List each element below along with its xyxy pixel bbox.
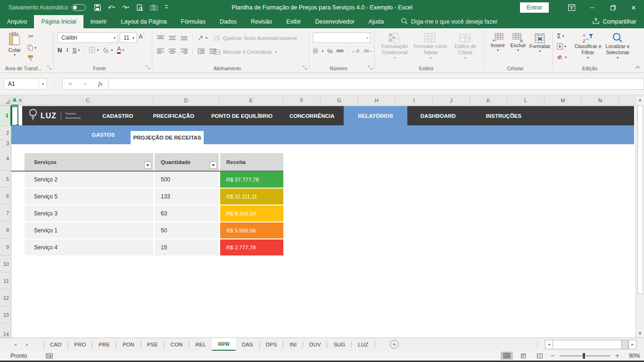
service-cell[interactable]: Serviço 1 — [25, 222, 153, 239]
servicos-filter-button[interactable]: ▼ — [144, 162, 151, 169]
row-header-5[interactable]: 5 — [0, 171, 11, 188]
column-header-l[interactable]: L — [507, 95, 545, 106]
normal-view-button[interactable] — [501, 352, 513, 360]
sort-filter-button[interactable]: AZ Classificar e Filtrar ▾ — [574, 32, 602, 60]
merge-center-button[interactable]: Mesclar e Centralizar ▾ — [214, 49, 277, 55]
print-preview-icon[interactable] — [136, 4, 143, 11]
row-header-1[interactable]: 1 — [0, 106, 11, 126]
align-right-icon[interactable] — [181, 49, 188, 54]
row-header-6[interactable]: 6 — [0, 188, 11, 205]
revenue-cell[interactable]: R$ 11.111,11 — [220, 189, 283, 206]
revenue-cell[interactable]: R$ 27.777,78 — [220, 172, 283, 189]
insert-function-icon[interactable]: fx — [93, 80, 107, 88]
zoom-level[interactable]: 90% — [624, 353, 640, 359]
worksheet[interactable]: LUZ Planilhas Empresariais CADASTRO PREC… — [11, 106, 644, 337]
vertical-scrollbar-thumb[interactable] — [637, 106, 643, 294]
sheet-tab-rel[interactable]: REL — [189, 338, 212, 351]
tab-dados[interactable]: Dados — [213, 15, 244, 28]
cancel-entry-icon[interactable]: ✕ — [63, 81, 78, 87]
camera-icon[interactable] — [150, 5, 157, 10]
revenue-cell[interactable]: R$ 8.333,33 — [220, 206, 283, 222]
sheet-tab-dps[interactable]: DPS — [260, 338, 283, 351]
sheet-tab-pro[interactable]: PRO — [68, 338, 92, 351]
row-header-4[interactable]: 4 — [0, 147, 11, 171]
ribbon-display-options-icon[interactable] — [561, 0, 582, 15]
column-header-f[interactable]: F — [283, 95, 321, 106]
insert-cells-button[interactable]: Inserir ▾ — [488, 33, 507, 52]
quantity-cell[interactable]: 133 — [155, 189, 219, 206]
row-header-14[interactable]: 14 — [0, 323, 11, 337]
nav-item-cadastro[interactable]: CADASTRO — [98, 106, 138, 125]
tab-formulas[interactable]: Fórmulas — [174, 15, 213, 28]
font-size-combobox[interactable]: 11▾ — [120, 33, 137, 43]
tab-revisao[interactable]: Revisão — [244, 15, 279, 28]
find-select-button[interactable]: Localizar e Selecionar ▾ — [603, 32, 632, 60]
number-dialog-launcher-icon[interactable] — [368, 65, 372, 71]
paste-button[interactable]: Colar ▾ — [5, 32, 25, 57]
customize-qat-icon[interactable]: ▾ — [165, 5, 168, 10]
service-cell[interactable]: Serviço 3 — [25, 206, 153, 222]
nav-item-concorrencia[interactable]: CONCORRÊNCIA — [285, 106, 339, 125]
cell-styles-button[interactable]: Estilos de Célula ▾ — [449, 33, 481, 60]
column-header-a[interactable]: A — [11, 95, 18, 106]
conditional-formatting-button[interactable]: Formatação Condicional ▾ — [378, 33, 412, 60]
sheet-tab-das[interactable]: DAS — [236, 338, 259, 351]
cut-icon[interactable]: ✂ — [28, 33, 34, 40]
tab-ajuda[interactable]: Ajuda — [362, 15, 391, 28]
fill-button[interactable]: ▾ — [557, 43, 566, 49]
quantidade-filter-button[interactable]: ▼ — [210, 162, 217, 169]
accounting-format-button[interactable]: ▾ — [313, 48, 323, 54]
nav-item-dashboard[interactable]: DASHBOARD — [416, 106, 461, 125]
column-header-b[interactable]: B — [18, 95, 23, 106]
column-header-i[interactable]: I — [396, 95, 433, 106]
h-scroll-left-icon[interactable]: ◂ — [545, 340, 553, 349]
column-header-m[interactable]: M — [545, 95, 582, 106]
autosave-toggle[interactable] — [72, 4, 86, 11]
nav-item-instrucoes[interactable]: INSTRUÇÕES — [481, 106, 526, 125]
format-as-table-button[interactable]: Formatar como Tabela ▾ — [413, 33, 447, 60]
autosave-control[interactable]: Salvamento Automático — [8, 4, 86, 11]
percent-style-button[interactable]: % — [327, 48, 333, 55]
sheet-tab-rpr[interactable]: RPR — [212, 338, 236, 351]
font-dialog-launcher-icon[interactable] — [146, 65, 150, 71]
format-painter-icon[interactable] — [27, 55, 34, 62]
row-header-13[interactable]: 13 — [0, 306, 11, 323]
nav-item-precificacao[interactable]: PRECIFICAÇÃO — [148, 106, 199, 125]
align-left-icon[interactable] — [157, 49, 164, 54]
close-button[interactable]: ✕ — [623, 0, 644, 15]
align-bottom-icon[interactable] — [181, 35, 188, 41]
alignment-dialog-launcher-icon[interactable] — [303, 65, 307, 71]
column-header-h[interactable]: H — [358, 95, 396, 106]
maximize-button[interactable] — [603, 0, 623, 15]
font-family-combobox[interactable]: Calibri▾ — [58, 33, 118, 43]
redo-icon[interactable]: ↷▾ — [122, 5, 129, 11]
row-header-2[interactable]: 2 — [0, 126, 11, 140]
increase-decimal-icon[interactable]: ←,0 — [352, 49, 360, 53]
column-header-n[interactable]: N — [582, 95, 619, 106]
tab-layout-da-pagina[interactable]: Layout da Página — [114, 15, 173, 28]
align-top-icon[interactable] — [157, 35, 164, 41]
clear-button[interactable]: ▾ — [557, 55, 567, 60]
column-header-g[interactable]: G — [321, 95, 358, 106]
sheet-tab-con[interactable]: CON — [165, 338, 189, 351]
comma-style-button[interactable]: 000 — [337, 49, 344, 53]
number-format-combobox[interactable]: ▾ — [313, 33, 371, 43]
sheet-tab-cad[interactable]: CAD — [44, 338, 67, 351]
selected-cell-a1[interactable] — [11, 106, 18, 126]
save-icon[interactable] — [94, 4, 101, 11]
column-header-j[interactable]: J — [433, 95, 470, 106]
horizontal-scrollbar-thumb[interactable] — [553, 340, 622, 349]
autosum-button[interactable]: Σ ▾ — [557, 32, 564, 40]
wrap-text-button[interactable]: Quebrar Texto Automaticamente — [214, 35, 297, 41]
bold-button[interactable]: N — [58, 47, 62, 54]
column-header-c[interactable]: C — [23, 95, 153, 106]
undo-icon[interactable]: ↶▾ — [108, 5, 115, 11]
tab-desenvolvedor[interactable]: Desenvolvedor — [308, 15, 361, 28]
column-header-d[interactable]: D — [153, 95, 219, 106]
tab-pagina-inicial[interactable]: Página Inicial — [34, 15, 83, 28]
row-header-7[interactable]: 7 — [0, 205, 11, 222]
formula-input[interactable] — [108, 78, 644, 90]
tab-bar-grip[interactable]: ⋮ — [534, 341, 539, 347]
column-header-e[interactable]: E — [219, 95, 283, 106]
revenue-cell[interactable]: R$ 2.777,78 — [220, 239, 283, 256]
